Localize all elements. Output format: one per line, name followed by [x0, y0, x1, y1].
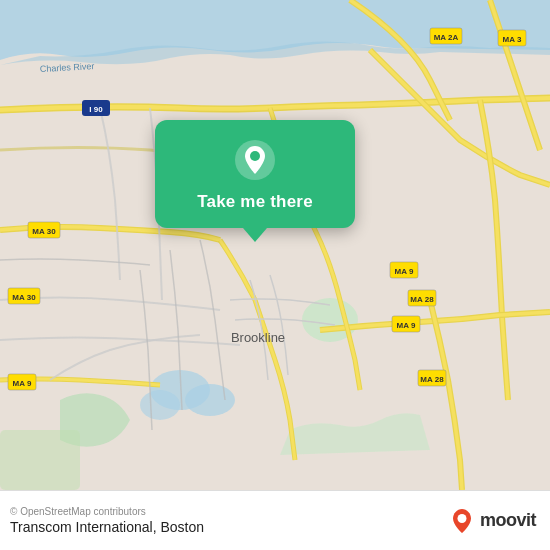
svg-point-3	[185, 384, 235, 416]
svg-text:I 90: I 90	[89, 105, 103, 114]
svg-point-4	[140, 390, 180, 420]
svg-point-29	[250, 151, 260, 161]
svg-text:MA 2A: MA 2A	[434, 33, 459, 42]
moovit-pin-icon	[448, 507, 476, 535]
svg-point-30	[457, 514, 466, 523]
moovit-text: moovit	[480, 510, 536, 531]
bottom-info: © OpenStreetMap contributors Transcom In…	[10, 506, 204, 535]
svg-text:MA 30: MA 30	[32, 227, 56, 236]
location-pin-icon	[233, 138, 277, 182]
location-title: Transcom International, Boston	[10, 519, 204, 535]
svg-text:MA 9: MA 9	[13, 379, 32, 388]
bottom-bar: © OpenStreetMap contributors Transcom In…	[0, 490, 550, 550]
take-me-there-button[interactable]: Take me there	[197, 192, 313, 212]
svg-text:MA 3: MA 3	[503, 35, 522, 44]
copyright-text: © OpenStreetMap contributors	[10, 506, 204, 517]
svg-text:MA 9: MA 9	[397, 321, 416, 330]
svg-text:MA 28: MA 28	[420, 375, 444, 384]
map-container: Charles River	[0, 0, 550, 490]
svg-text:MA 30: MA 30	[12, 293, 36, 302]
svg-text:Brookline: Brookline	[231, 330, 285, 345]
svg-text:MA 9: MA 9	[395, 267, 414, 276]
moovit-logo: moovit	[448, 507, 536, 535]
map-svg: Charles River	[0, 0, 550, 490]
svg-rect-6	[0, 430, 80, 490]
svg-text:MA 28: MA 28	[410, 295, 434, 304]
popup-card[interactable]: Take me there	[155, 120, 355, 228]
